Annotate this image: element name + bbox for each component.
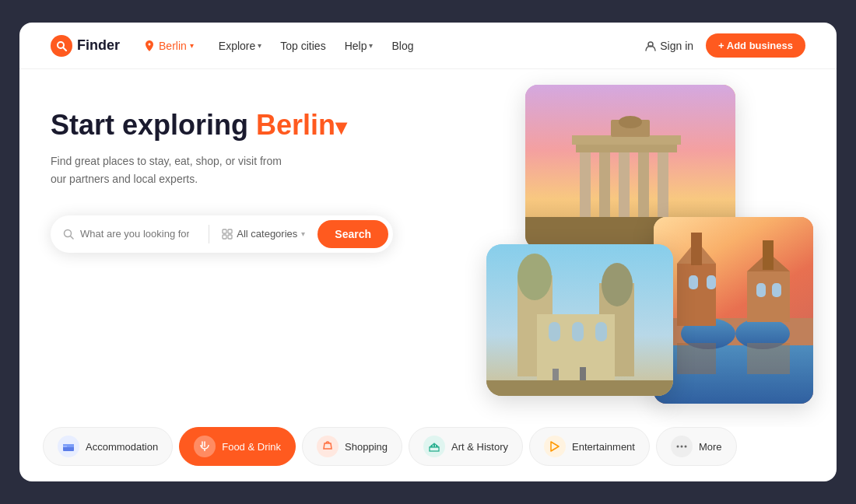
hero-images	[479, 85, 813, 411]
svg-rect-39	[691, 233, 702, 265]
svg-rect-44	[707, 275, 716, 289]
shopping-label: Shopping	[345, 441, 388, 453]
svg-rect-8	[228, 235, 232, 239]
entertainment-icon	[544, 436, 566, 457]
nav-help[interactable]: Help ▾	[345, 40, 374, 52]
header: Finder Berlin ▾ Explore ▾ Top cities Hel…	[19, 23, 837, 69]
svg-rect-31	[580, 367, 586, 380]
svg-rect-40	[747, 271, 790, 322]
search-divider	[209, 225, 209, 243]
svg-point-18	[619, 116, 642, 128]
food-drink-label: Food & Drink	[222, 441, 281, 453]
svg-rect-28	[595, 322, 607, 341]
entertainment-label: Entertainment	[572, 441, 635, 453]
svg-rect-6	[228, 229, 232, 233]
food-drink-icon	[194, 436, 216, 457]
svg-rect-43	[689, 275, 698, 289]
category-food-drink[interactable]: Food & Drink	[179, 427, 296, 466]
location-label: Berlin	[159, 40, 187, 52]
svg-rect-12	[619, 147, 630, 225]
search-input[interactable]	[80, 228, 189, 240]
svg-rect-42	[763, 240, 774, 270]
category-icon	[222, 229, 233, 240]
svg-marker-60	[551, 442, 559, 451]
add-business-button[interactable]: + Add business	[706, 33, 805, 58]
hero-image-oberbaum	[654, 217, 813, 404]
svg-rect-37	[677, 264, 716, 326]
more-icon	[671, 436, 693, 457]
svg-point-61	[676, 446, 679, 448]
art-history-label: Art & History	[451, 441, 508, 453]
category-chevron: ▾	[301, 229, 305, 238]
location-chevron: ▾	[190, 41, 194, 50]
svg-rect-52	[63, 444, 74, 446]
svg-point-62	[680, 446, 682, 448]
more-label: More	[699, 441, 722, 453]
accommodation-label: Accommodation	[86, 441, 158, 453]
svg-rect-7	[223, 235, 226, 239]
nav-explore[interactable]: Explore ▾	[219, 40, 261, 52]
svg-rect-30	[553, 369, 559, 380]
category-label: All categories	[237, 228, 297, 240]
search-bar: All categories ▾ Search	[51, 215, 393, 253]
svg-rect-45	[756, 283, 766, 297]
nav-top-cities[interactable]: Top cities	[280, 40, 325, 52]
svg-rect-46	[772, 283, 781, 297]
art-history-icon	[423, 436, 445, 457]
categories-list: Accommodation Food & Drink Shopping	[43, 427, 813, 466]
category-shopping[interactable]: Shopping	[302, 427, 402, 466]
search-button[interactable]: Search	[317, 220, 388, 248]
svg-rect-47	[677, 343, 716, 374]
svg-rect-14	[658, 147, 668, 225]
svg-rect-29	[486, 380, 673, 396]
main-content: Start exploring Berlin▾ Find great place…	[19, 69, 837, 427]
hero-title-chevron: ▾	[335, 115, 346, 139]
accommodation-icon	[58, 436, 79, 457]
svg-rect-58	[433, 444, 435, 447]
svg-line-1	[63, 47, 66, 51]
logo-icon	[51, 35, 72, 57]
shopping-icon	[317, 436, 339, 457]
svg-point-24	[602, 263, 633, 306]
hero-title-city: Berlin	[256, 109, 335, 141]
svg-rect-56	[430, 447, 439, 451]
hero-title: Start exploring Berlin▾	[51, 108, 409, 142]
nav-blog[interactable]: Blog	[391, 40, 413, 52]
svg-rect-26	[549, 322, 560, 341]
hero-left: Start exploring Berlin▾ Find great place…	[51, 108, 409, 404]
category-entertainment[interactable]: Entertainment	[529, 427, 650, 466]
svg-rect-27	[572, 322, 584, 341]
svg-line-4	[71, 236, 74, 239]
app-window: Finder Berlin ▾ Explore ▾ Top cities Hel…	[19, 23, 837, 481]
logo-text: Finder	[77, 37, 120, 54]
svg-rect-11	[599, 147, 610, 225]
main-nav: Explore ▾ Top cities Help ▾ Blog	[219, 40, 620, 52]
search-icon	[63, 229, 74, 240]
sign-in-label: Sign in	[660, 40, 693, 52]
category-art-history[interactable]: Art & History	[409, 427, 523, 466]
logo: Finder	[51, 35, 120, 57]
sign-in-button[interactable]: Sign in	[645, 40, 693, 52]
svg-rect-5	[223, 229, 226, 233]
location-selector[interactable]: Berlin ▾	[145, 40, 194, 52]
category-select[interactable]: All categories ▾	[216, 228, 311, 240]
svg-point-22	[517, 254, 552, 300]
hero-title-prefix: Start exploring	[51, 109, 256, 141]
hero-description: Find great places to stay, eat, shop, or…	[51, 152, 284, 187]
svg-rect-13	[638, 147, 649, 225]
svg-point-63	[684, 446, 686, 448]
categories-section: Accommodation Food & Drink Shopping	[19, 427, 837, 481]
header-actions: Sign in + Add business	[645, 33, 805, 58]
search-input-wrap	[63, 228, 202, 240]
category-accommodation[interactable]: Accommodation	[43, 427, 173, 466]
category-more[interactable]: More	[656, 427, 737, 466]
svg-rect-10	[580, 147, 591, 225]
svg-rect-48	[747, 343, 790, 374]
hero-image-munich	[486, 244, 673, 396]
